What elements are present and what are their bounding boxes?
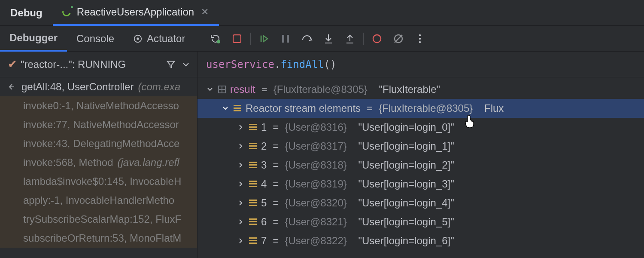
array-icon bbox=[234, 105, 241, 112]
array-icon bbox=[249, 181, 257, 187]
debugger-toolbar: Debugger Console Actuator bbox=[0, 26, 644, 52]
view-breakpoints-button[interactable] bbox=[366, 26, 388, 51]
chevron-down-icon[interactable] bbox=[206, 87, 214, 92]
step-into-button[interactable] bbox=[318, 26, 339, 51]
drop-frame-icon bbox=[9, 83, 17, 91]
array-icon bbox=[249, 124, 257, 131]
filter-icon[interactable] bbox=[166, 60, 176, 69]
mute-breakpoints-button[interactable] bbox=[388, 26, 409, 51]
chevron-right-icon[interactable] bbox=[237, 238, 245, 244]
step-out-button[interactable] bbox=[339, 26, 361, 51]
step-over-button[interactable] bbox=[296, 26, 318, 51]
svg-rect-3 bbox=[233, 35, 241, 43]
run-config-tab[interactable]: ReactiveUsersApplication ✕ bbox=[53, 0, 219, 26]
debug-title-bar: Debug ReactiveUsersApplication ✕ bbox=[0, 0, 644, 26]
array-icon bbox=[249, 143, 257, 150]
frames-list: getAll:48, UserController(com.exainvoke0… bbox=[0, 77, 197, 248]
stack-frame[interactable]: invoke:568, Method (java.lang.refl bbox=[0, 153, 197, 172]
stream-element[interactable]: 4 = {User@8319} "User[login=login_3]" bbox=[197, 175, 644, 194]
stream-element[interactable]: 7 = {User@8322} "User[login=login_6]" bbox=[197, 231, 644, 250]
variables-tree: result = {FluxIterable@8305} "FluxIterab… bbox=[197, 77, 644, 250]
stream-element[interactable]: 3 = {User@8318} "User[login=login_2]" bbox=[197, 156, 644, 175]
stream-element[interactable]: 1 = {User@8316} "User[login=login_0]" bbox=[197, 118, 644, 137]
array-icon bbox=[249, 218, 257, 225]
stack-frame[interactable]: invoke:77, NativeMethodAccessor bbox=[0, 115, 197, 134]
stack-frame[interactable]: invoke0:-1, NativeMethodAccesso bbox=[0, 96, 197, 115]
frames-panel: ✔ "reactor-...": RUNNING getAll:48, User… bbox=[0, 52, 197, 258]
variables-panel: userService.findAll() result = {FluxIter… bbox=[197, 52, 644, 258]
array-icon bbox=[249, 162, 257, 169]
result-node[interactable]: result = {FluxIterable@8305} "FluxIterab… bbox=[197, 80, 644, 99]
svg-rect-6 bbox=[287, 35, 289, 43]
svg-point-13 bbox=[419, 37, 421, 39]
stack-frame[interactable]: trySubscribeScalarMap:152, FluxF bbox=[0, 210, 197, 229]
svg-point-1 bbox=[137, 37, 139, 40]
more-button[interactable] bbox=[409, 26, 431, 51]
svg-point-14 bbox=[419, 41, 421, 43]
stream-element[interactable]: 5 = {User@8320} "User[login=login_4]" bbox=[197, 194, 644, 212]
stack-frame[interactable]: subscribeOrReturn:53, MonoFlatM bbox=[0, 229, 197, 248]
chevron-right-icon[interactable] bbox=[237, 219, 245, 225]
chevron-right-icon[interactable] bbox=[237, 200, 245, 206]
chevron-right-icon[interactable] bbox=[237, 181, 245, 187]
chevron-right-icon[interactable] bbox=[237, 162, 245, 168]
thread-selector[interactable]: ✔ "reactor-...": RUNNING bbox=[0, 52, 197, 77]
evaluate-expression-field[interactable]: userService.findAll() bbox=[197, 52, 644, 77]
separator bbox=[363, 33, 364, 45]
stack-frame[interactable]: getAll:48, UserController(com.exa bbox=[0, 77, 197, 96]
thread-status-icon: ✔ bbox=[8, 58, 17, 71]
stack-frame[interactable]: invoke:43, DelegatingMethodAcce bbox=[0, 134, 197, 153]
separator bbox=[250, 33, 251, 45]
svg-rect-5 bbox=[282, 35, 284, 43]
svg-point-2 bbox=[217, 40, 220, 43]
chevron-down-icon[interactable] bbox=[222, 106, 229, 111]
tab-console[interactable]: Console bbox=[67, 26, 124, 51]
stack-frame[interactable]: apply:-1, InvocableHandlerMetho bbox=[0, 191, 197, 210]
thread-dropdown-icon[interactable] bbox=[179, 62, 193, 67]
reactor-stream-node[interactable]: Reactor stream elements = {FluxIterable@… bbox=[197, 99, 644, 118]
rerun-button[interactable] bbox=[205, 26, 226, 51]
chevron-right-icon[interactable] bbox=[237, 143, 245, 149]
close-tab-icon[interactable]: ✕ bbox=[198, 6, 211, 18]
stop-button[interactable] bbox=[226, 26, 248, 51]
stack-frame[interactable]: lambda$invoke$0:145, InvocableH bbox=[0, 172, 197, 191]
svg-point-12 bbox=[419, 34, 421, 36]
tool-window-title: Debug bbox=[0, 7, 53, 19]
array-icon bbox=[249, 200, 257, 206]
spring-boot-icon bbox=[62, 7, 73, 17]
actuator-icon bbox=[133, 34, 143, 43]
array-icon bbox=[249, 237, 257, 244]
tab-actuator[interactable]: Actuator bbox=[124, 33, 194, 45]
svg-point-9 bbox=[373, 35, 381, 43]
stream-element[interactable]: 2 = {User@8317} "User[login=login_1]" bbox=[197, 137, 644, 156]
tab-debugger[interactable]: Debugger bbox=[0, 26, 67, 52]
run-config-name: ReactiveUsersApplication bbox=[77, 6, 194, 18]
resume-button[interactable] bbox=[253, 26, 275, 51]
chevron-right-icon[interactable] bbox=[237, 124, 245, 130]
stream-element[interactable]: 6 = {User@8321} "User[login=login_5]" bbox=[197, 212, 644, 231]
pause-button[interactable] bbox=[275, 26, 296, 51]
object-icon bbox=[218, 86, 226, 93]
svg-rect-4 bbox=[261, 35, 262, 42]
